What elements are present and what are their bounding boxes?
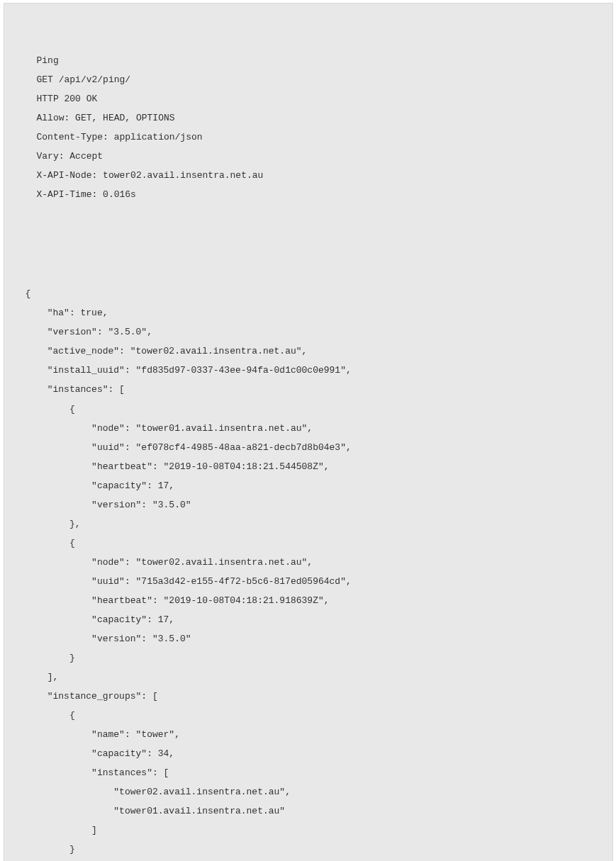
json-line: "capacity": 17, [26, 610, 591, 629]
request-line: GET /api/v2/ping/ [37, 70, 591, 89]
json-line: "version": "3.5.0", [26, 322, 591, 342]
json-line: "version": "3.5.0" [26, 495, 591, 514]
json-line: { [26, 534, 591, 553]
json-line: "tower01.avail.insentra.net.au" [26, 801, 591, 821]
json-line: "install_uuid": "fd835d97-0337-43ee-94fa… [26, 361, 591, 380]
json-line: { [26, 706, 591, 725]
json-line: "tower02.avail.insentra.net.au", [26, 782, 591, 801]
json-line: "heartbeat": "2019-10-08T04:18:21.918639… [26, 591, 591, 610]
endpoint-title: Ping [37, 51, 591, 70]
content-type-header: Content-Type: application/json [37, 128, 591, 147]
api-response-block: PingGET /api/v2/ping/HTTP 200 OKAllow: G… [4, 3, 613, 861]
json-line: "active_node": "tower02.avail.insentra.n… [26, 342, 591, 361]
api-time-header: X-API-Time: 0.016s [37, 185, 591, 204]
json-line: "instance_groups": [ [26, 687, 591, 706]
json-line: "capacity": 34, [26, 744, 591, 763]
json-line: ] [26, 821, 591, 840]
json-line: "node": "tower01.avail.insentra.net.au", [26, 419, 591, 438]
response-header: PingGET /api/v2/ping/HTTP 200 OKAllow: G… [37, 51, 591, 204]
json-line: } [26, 840, 591, 859]
api-node-header: X-API-Node: tower02.avail.insentra.net.a… [37, 166, 591, 185]
json-line: "node": "tower02.avail.insentra.net.au", [26, 553, 591, 572]
json-line: "instances": [ [26, 380, 591, 399]
status-line: HTTP 200 OK [37, 89, 591, 108]
json-line: } [26, 648, 591, 668]
json-line: "instances": [ [26, 763, 591, 782]
json-line: "heartbeat": "2019-10-08T04:18:21.544508… [26, 457, 591, 476]
json-line: "version": "3.5.0" [26, 629, 591, 648]
allow-header: Allow: GET, HEAD, OPTIONS [37, 108, 591, 128]
json-line: "ha": true, [26, 303, 591, 322]
vary-header: Vary: Accept [37, 147, 591, 166]
response-body: { "ha": true, "version": "3.5.0", "activ… [26, 284, 591, 861]
json-line: { [26, 284, 591, 303]
json-line: }, [26, 514, 591, 534]
json-line: ], [26, 668, 591, 687]
json-line: "capacity": 17, [26, 476, 591, 495]
json-line: { [26, 400, 591, 419]
json-line: "uuid": "715a3d42-e155-4f72-b5c6-817ed05… [26, 572, 591, 591]
json-line: "name": "tower", [26, 725, 591, 744]
json-line: "uuid": "ef078cf4-4985-48aa-a821-decb7d8… [26, 438, 591, 457]
